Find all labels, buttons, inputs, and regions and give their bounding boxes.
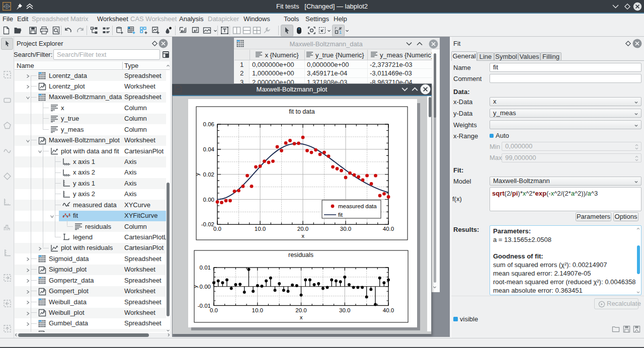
svg-text:10.0: 10.0 <box>255 226 266 232</box>
svg-text:0.02: 0.02 <box>203 171 214 178</box>
svg-text:x: x <box>301 233 304 239</box>
svg-text:0.0: 0.0 <box>210 307 218 313</box>
svg-text:y: y <box>192 285 198 288</box>
svg-text:measured data: measured data <box>338 203 377 209</box>
svg-text:-0.02: -0.02 <box>201 221 214 227</box>
svg-text:0.04: 0.04 <box>203 146 215 152</box>
svg-text:0.00: 0.00 <box>200 284 211 290</box>
svg-text:1: 1 <box>339 30 342 35</box>
svg-text:x: x <box>300 314 303 320</box>
svg-text:0.0: 0.0 <box>213 226 221 232</box>
svg-text:fit to data: fit to data <box>289 108 314 115</box>
svg-text:0.00: 0.00 <box>203 197 214 203</box>
svg-text:-0.01: -0.01 <box>198 303 211 309</box>
svg-text:residuals: residuals <box>288 251 313 258</box>
svg-text:10.0: 10.0 <box>252 307 263 313</box>
svg-text:0.06: 0.06 <box>203 121 214 127</box>
svg-text:y: y <box>194 173 200 176</box>
svg-text:40.0: 40.0 <box>383 226 394 232</box>
svg-text:fit: fit <box>338 212 343 218</box>
svg-text:20.0: 20.0 <box>297 226 308 232</box>
svg-text:30.0: 30.0 <box>340 226 351 232</box>
svg-text:20.0: 20.0 <box>295 307 306 313</box>
svg-text:30.0: 30.0 <box>339 307 350 313</box>
svg-text:40.0: 40.0 <box>383 307 394 313</box>
svg-text:0.01: 0.01 <box>200 265 211 271</box>
